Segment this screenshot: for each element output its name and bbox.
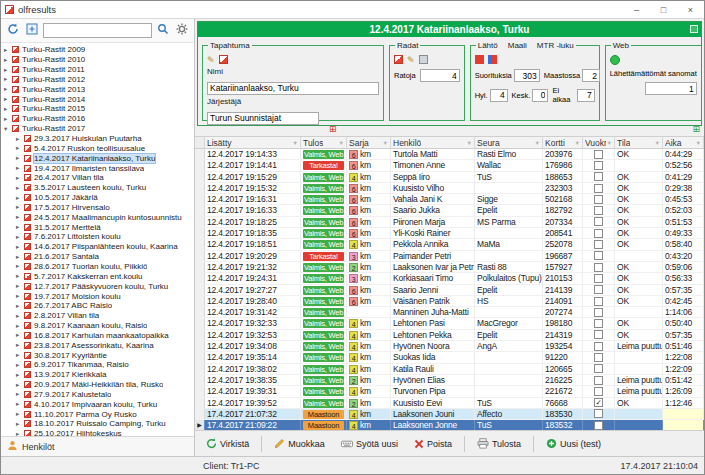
tree-item-event[interactable]: ▸5.4.2017 Ruskon teollisuusalue: [1, 143, 194, 153]
chevron-right-icon[interactable]: ▸: [16, 164, 24, 172]
vuokra-checkbox[interactable]: [594, 319, 603, 328]
chevron-right-icon[interactable]: ▸: [16, 253, 24, 261]
vuokra-checkbox[interactable]: [594, 342, 603, 351]
chevron-right-icon[interactable]: ▸: [16, 223, 24, 231]
chevron-right-icon[interactable]: ▸: [16, 312, 24, 320]
table-row[interactable]: 12.4.2017 19:32:53Valmis, Web4kmLehtonen…: [195, 330, 704, 341]
jarjestaja-input[interactable]: [207, 112, 319, 125]
table-row[interactable]: 12.4.2017 19:20:29Tarkasta!3kmPaimander …: [195, 251, 704, 262]
tree-item-event[interactable]: ▸14.6.2017 Piispanlähteen koulu, Kaarina: [1, 242, 194, 252]
tree-item-event[interactable]: ▸17.5.2017 Hirvensalo: [1, 203, 194, 213]
vuokra-checkbox[interactable]: [594, 353, 603, 362]
column-header[interactable]: Tila▼: [615, 137, 663, 148]
table-row[interactable]: 12.4.2017 19:14:33Valmis, Web6kmTurtola …: [195, 149, 704, 160]
tree-item-event[interactable]: ▸21.6.2017 Santala: [1, 252, 194, 262]
kesk-input[interactable]: [532, 89, 548, 102]
tree-item-event[interactable]: ▸25.10.2017 Hiihtokeskus: [1, 429, 194, 436]
filter-icon[interactable]: ▼: [575, 140, 580, 146]
tree-item-year[interactable]: ▸Turku-Rastit 2016: [1, 114, 194, 124]
table-row[interactable]: 12.4.2017 19:18:25Valmis, Web6kmPiironen…: [195, 217, 704, 228]
minimize-button[interactable]: –: [623, 1, 650, 18]
table-row[interactable]: 12.4.2017 19:28:40Valmis, Web6kmVäisänen…: [195, 296, 704, 307]
vuokra-checkbox[interactable]: [594, 364, 603, 373]
edit-event-icon[interactable]: ✎: [207, 55, 215, 65]
expand-tree-button[interactable]: [24, 23, 40, 39]
column-header[interactable]: Sarja▼: [347, 137, 391, 148]
chevron-right-icon[interactable]: ▸: [16, 174, 24, 182]
table-row[interactable]: 12.4.2017 19:31:42Valmis, WebManninen Ju…: [195, 307, 704, 318]
add-column-icon-red[interactable]: ⊞: [329, 124, 337, 134]
vuokra-checkbox[interactable]: [594, 184, 603, 193]
maximize-button[interactable]: □: [650, 1, 677, 18]
hyl-input[interactable]: [490, 89, 508, 102]
column-header[interactable]: Vuokra▼: [583, 137, 615, 148]
tree-item-year[interactable]: ▸Turku-Rastit 2013: [1, 84, 194, 94]
filter-icon[interactable]: ▼: [467, 140, 472, 146]
vuokra-checkbox[interactable]: [594, 195, 603, 204]
tree-item-event[interactable]: ▸2.8.2017 Villan tila: [1, 311, 194, 321]
table-row[interactable]: ▶17.4.2017 21:09:22Maastoon4kmLaaksonen …: [195, 420, 704, 430]
tree-item-event[interactable]: ▸27.9.2017 Kalustetalo: [1, 390, 194, 400]
chevron-right-icon[interactable]: ▸: [16, 381, 24, 389]
vuokra-checkbox[interactable]: [594, 263, 603, 272]
chevron-right-icon[interactable]: ▸: [16, 243, 24, 251]
chevron-right-icon[interactable]: ▸: [16, 400, 24, 408]
tree-item-year[interactable]: ▸Turku-Rastit 2015: [1, 104, 194, 114]
chevron-right-icon[interactable]: ▸: [16, 144, 24, 152]
vuokra-checkbox[interactable]: [594, 330, 603, 339]
vuokra-checkbox[interactable]: [594, 206, 603, 215]
panel-collapse-icon[interactable]: [690, 25, 698, 33]
table-row[interactable]: 12.4.2017 19:16:31Valmis, Web6kmVahala J…: [195, 194, 704, 205]
chevron-right-icon[interactable]: ▸: [16, 420, 24, 428]
tree-item-event[interactable]: ▸7.6.2017 Littoisten koulu: [1, 232, 194, 242]
table-row[interactable]: 12.4.2017 19:35:14Valmis, Web4kmSuokas I…: [195, 352, 704, 363]
vuokra-checkbox[interactable]: [594, 409, 603, 418]
tree-item-event[interactable]: ▸16.8.2017 Karhulan maankaatopaikka: [1, 330, 194, 340]
chevron-right-icon[interactable]: ▸: [16, 341, 24, 349]
chevron-right-icon[interactable]: ▸: [16, 203, 24, 211]
edit-button[interactable]: Muokkaa: [267, 435, 332, 452]
tree-item-event[interactable]: ▸23.8.2017 Asessorinkatu, Kaarina: [1, 340, 194, 350]
new-test-button[interactable]: Uusi (test): [539, 435, 608, 452]
filter-icon[interactable]: ▼: [293, 140, 298, 146]
table-row[interactable]: 12.4.2017 19:15:29Valmis, Web4kmSeppä Ii…: [195, 172, 704, 183]
tree-item-event[interactable]: ▸18.10.2017 Ruissalo Camping, Turku: [1, 419, 194, 429]
chevron-right-icon[interactable]: ▸: [16, 282, 24, 290]
tree-item-year[interactable]: ▸Turku-Rastit 2011: [1, 65, 194, 75]
tree-item-year[interactable]: ▸Turku-Rastit 2014: [1, 94, 194, 104]
table-row[interactable]: 12.4.2017 19:39:52Valmis, Web2kmKuusisto…: [195, 398, 704, 409]
tree-item-event[interactable]: ▸30.8.2017 Kyyrläntie: [1, 350, 194, 360]
tree-item-event[interactable]: ▸11.10.2017 Parma Oy Rusko: [1, 409, 194, 419]
tree-item-event[interactable]: ▸19.7.2017 Moision koulu: [1, 291, 194, 301]
vuokra-checkbox[interactable]: [594, 217, 603, 226]
table-row[interactable]: 12.4.2017 19:21:32Valmis, Web2kmLaaksone…: [195, 262, 704, 273]
column-header[interactable]: Henkilö▼: [391, 137, 475, 148]
chevron-right-icon[interactable]: ▸: [16, 361, 24, 369]
suorituksia-input[interactable]: [514, 69, 540, 82]
table-row[interactable]: 12.4.2017 19:24:31Valmis, Web3kmKorkiasa…: [195, 273, 704, 284]
vuokra-checkbox[interactable]: [594, 161, 603, 170]
print-courses-icon[interactable]: [419, 55, 428, 64]
tree-item-year[interactable]: ▸Turku-Rastit 2010: [1, 55, 194, 65]
chevron-right-icon[interactable]: ▸: [16, 351, 24, 359]
maastossa-input[interactable]: [582, 69, 600, 82]
filter-icon[interactable]: ▼: [383, 140, 388, 146]
vuokra-checkbox[interactable]: [594, 387, 603, 396]
chevron-down-icon[interactable]: ▾: [4, 125, 12, 133]
tree-item-year[interactable]: ▾Turku-Rastit 2017: [1, 124, 194, 134]
tree-item-event[interactable]: ▸3.5.2017 Lausteen koulu, Turku: [1, 183, 194, 193]
ratoja-input[interactable]: [420, 69, 460, 82]
chevron-right-icon[interactable]: ▸: [16, 233, 24, 241]
tree-item-event[interactable]: ▸6.9.2017 Tikanmaa, Raisio: [1, 360, 194, 370]
chevron-right-icon[interactable]: ▸: [4, 95, 12, 103]
edit-course-icon[interactable]: ✎: [407, 55, 415, 65]
nimi-input[interactable]: [207, 82, 379, 95]
filter-icon[interactable]: ▼: [655, 140, 660, 146]
chevron-right-icon[interactable]: ▸: [4, 46, 12, 54]
vuokra-checkbox[interactable]: ✓: [594, 398, 603, 407]
add-column-icon-green[interactable]: ⊞: [692, 124, 700, 134]
tree-item-event[interactable]: ▸13.9.2017 Kierikkala: [1, 370, 194, 380]
filter-icon[interactable]: ▼: [607, 140, 612, 146]
chevron-right-icon[interactable]: ▸: [4, 56, 12, 64]
close-button[interactable]: ×: [677, 1, 704, 18]
